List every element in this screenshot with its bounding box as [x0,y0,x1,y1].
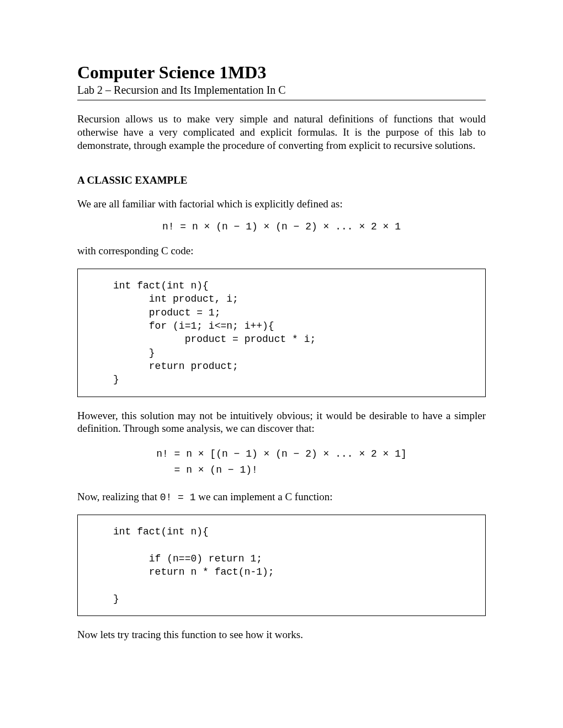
formula-recursive-derivation: n! = n × [(n − 1) × (n − 2) × ... × 2 × … [156,446,407,478]
text-span: Now, realizing that [77,491,160,502]
code-block-iterative: int fact(int n){ int product, i; product… [77,269,486,397]
text-span: we can implement a C function: [195,491,332,502]
title-rule [77,100,486,100]
paragraph: with corresponding C code: [77,244,486,258]
paragraph: We are all familiar with factorial which… [77,197,486,211]
paragraph: Now, realizing that 0! = 1 we can implem… [77,490,486,504]
formula-explicit: n! = n × (n − 1) × (n − 2) × ... × 2 × 1 [77,221,486,232]
formula-line: n! = n × [(n − 1) × (n − 2) × ... × 2 × … [156,446,407,462]
paragraph: Now lets try tracing this function to se… [77,628,486,641]
formula-line: = n × (n − 1)! [156,462,407,478]
page-subtitle: Lab 2 – Recursion and Its Implementation… [77,84,486,97]
inline-code: 0! = 1 [160,492,196,503]
paragraph: However, this solution may not be intuit… [77,409,486,436]
page: Computer Science 1MD3 Lab 2 – Recursion … [0,0,563,728]
page-title: Computer Science 1MD3 [77,62,486,83]
section-heading: A CLASSIC EXAMPLE [77,174,486,186]
code-block-recursive: int fact(int n){ if (n==0) return 1; ret… [77,515,486,616]
intro-paragraph: Recursion allows us to make very simple … [77,113,486,152]
